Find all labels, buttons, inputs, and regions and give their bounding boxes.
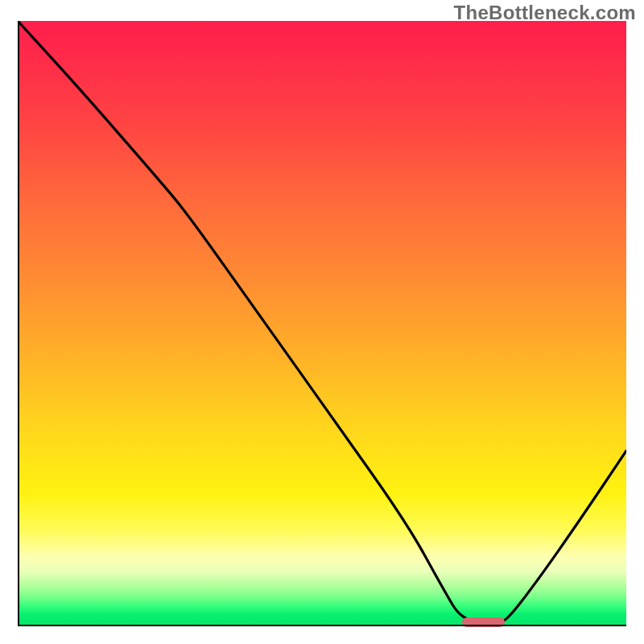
plot-area: [18, 21, 626, 626]
optimal-range-marker: [462, 617, 505, 627]
watermark-text: TheBottleneck.com: [454, 2, 636, 24]
bottleneck-chart: TheBottleneck.com: [0, 0, 644, 644]
gradient-background: [18, 21, 626, 626]
